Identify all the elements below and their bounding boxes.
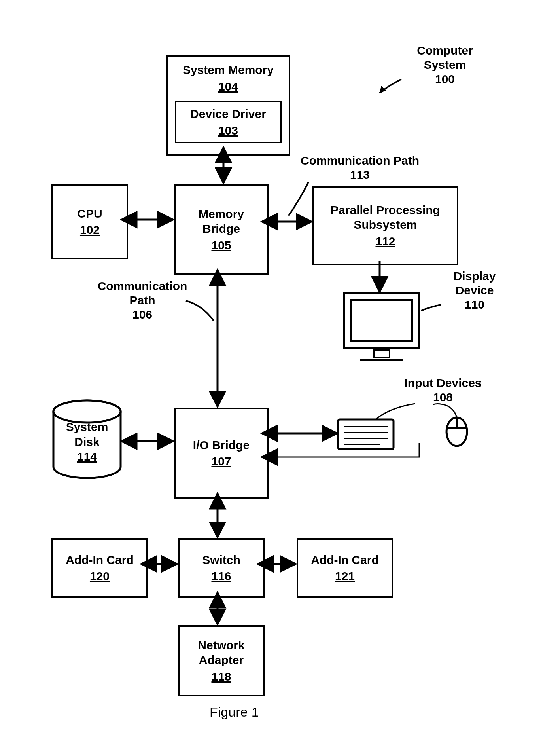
system-disk-title1: System: [59, 419, 115, 435]
device-driver-title: Device Driver: [190, 106, 266, 121]
svg-rect-1: [351, 300, 412, 341]
display-device-num: 110: [439, 298, 510, 312]
pps-num: 112: [375, 234, 395, 249]
memory-bridge-title2: Bridge: [202, 221, 240, 236]
callout-113: [289, 182, 308, 216]
device-driver-num: 103: [218, 123, 238, 138]
system-disk-icon: [53, 400, 121, 478]
cpu-num: 102: [80, 222, 100, 237]
mouse-icon: [433, 404, 467, 446]
svg-point-4: [53, 400, 121, 423]
switch-title: Switch: [202, 552, 240, 567]
io-bridge-title: I/O Bridge: [193, 438, 250, 453]
addin-right-num: 121: [335, 569, 355, 584]
switch-block: Switch 116: [178, 538, 265, 598]
svg-rect-0: [344, 293, 419, 348]
svg-rect-2: [374, 350, 390, 357]
diagram-canvas: Computer System 100 System Memory 104 De…: [0, 0, 560, 742]
callout-display: [421, 305, 441, 311]
display-monitor-icon: [344, 293, 419, 360]
display-device-line1: Display: [439, 269, 510, 283]
memory-bridge-title1: Memory: [199, 207, 244, 222]
device-driver-block: Device Driver 103: [175, 101, 282, 143]
title-line1: Computer: [395, 44, 494, 58]
pps-title1: Parallel Processing: [331, 203, 440, 218]
comm-path-113-label: Communication Path 113: [285, 154, 435, 182]
title-line2: System: [395, 58, 494, 72]
network-adapter-num: 118: [211, 669, 231, 684]
title-num: 100: [395, 72, 494, 86]
network-adapter-title2: Adapter: [199, 653, 244, 668]
svg-rect-6: [338, 419, 394, 449]
display-device-label: Display Device 110: [439, 269, 510, 312]
addin-left-title: Add-In Card: [66, 552, 134, 567]
system-disk-title2: Disk: [59, 435, 115, 450]
comm-path-106-num: 106: [93, 307, 192, 322]
cpu-title: CPU: [77, 206, 102, 221]
comm-path-113-num: 113: [285, 168, 435, 182]
comm-path-106-line1: Communication: [93, 279, 192, 293]
pps-title2: Subsystem: [354, 217, 417, 232]
keyboard-icon: [338, 419, 394, 449]
addin-left-num: 120: [90, 569, 110, 584]
network-adapter-block: Network Adapter 118: [178, 625, 265, 696]
pps-block: Parallel Processing Subsystem 112: [312, 186, 458, 265]
comm-path-113-line1: Communication Path: [285, 154, 435, 168]
input-devices-num: 108: [392, 390, 494, 404]
memory-bridge-num: 105: [211, 238, 231, 253]
title-label: Computer System 100: [395, 44, 494, 86]
io-bridge-num: 107: [211, 454, 231, 469]
conn-iobridge-mouse-wire: [263, 443, 419, 457]
system-memory-title: System Memory: [183, 63, 274, 78]
callout-keyboard: [376, 404, 415, 419]
input-devices-label: Input Devices 108: [392, 376, 494, 404]
system-disk-num: 114: [59, 449, 115, 464]
svg-point-5: [53, 400, 121, 423]
addin-right-title: Add-In Card: [311, 552, 379, 567]
system-memory-block: System Memory 104 Device Driver 103: [166, 55, 290, 156]
figure-caption: Figure 1: [210, 704, 259, 720]
system-memory-num: 104: [218, 79, 238, 94]
cpu-block: CPU 102: [51, 184, 128, 259]
input-devices-line1: Input Devices: [392, 376, 494, 390]
comm-path-106-label: Communication Path 106: [93, 279, 192, 322]
comm-path-106-line2: Path: [93, 293, 192, 307]
io-bridge-block: I/O Bridge 107: [174, 408, 269, 499]
display-device-line2: Device: [439, 283, 510, 298]
addin-card-right-block: Add-In Card 121: [297, 538, 393, 598]
memory-bridge-block: Memory Bridge 105: [174, 184, 269, 275]
addin-card-left-block: Add-In Card 120: [51, 538, 148, 598]
switch-num: 116: [211, 569, 231, 584]
network-adapter-title1: Network: [198, 638, 244, 653]
